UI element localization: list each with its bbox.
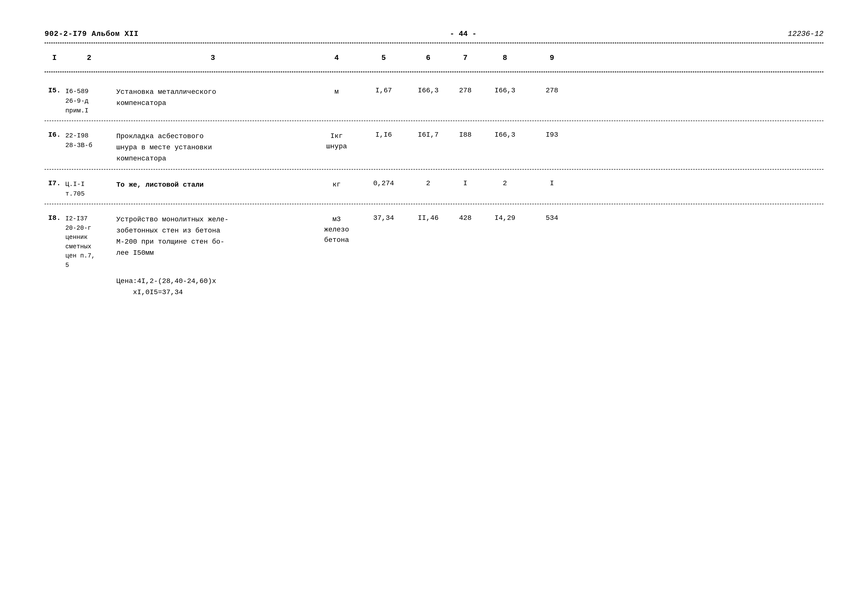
row-18-num: I8. (45, 214, 64, 270)
row-17-content: I7. Ц.I-Iт.705 То же, листовой стали кг … (45, 180, 823, 199)
row-17-unit: кг (312, 180, 361, 199)
row-17-num: I7. (45, 180, 64, 199)
col-header-1: I (45, 54, 64, 62)
col-header-3: 3 (114, 54, 312, 62)
page-wrapper: 902-2-I79 Альбом XII - 44 - 12236-12 I 2… (45, 30, 823, 303)
row-18-extra-spacer1 (45, 272, 64, 298)
col-header-2: 2 (64, 54, 114, 62)
col-header-7: 7 (451, 54, 480, 62)
row-15-unit: м (312, 87, 361, 116)
row-16-col5: I,I6 (361, 131, 406, 164)
row-17-col6: 2 (406, 180, 451, 199)
table-body: I5. I6-58926-9-дприм.I Установка металли… (45, 77, 823, 303)
row-17-ref: Ц.I-Iт.705 (64, 180, 114, 199)
row-15-col9: 278 (530, 87, 574, 116)
col-header-9: 9 (530, 54, 574, 62)
row-17-col9: I (530, 180, 574, 199)
row-16-col9: I93 (530, 131, 574, 164)
row-15-ref: I6-58926-9-дприм.I (64, 87, 114, 116)
row-16-num: I6. (45, 131, 64, 164)
row-18-col6: II,46 (406, 214, 451, 270)
row-15-col8: I66,3 (480, 87, 530, 116)
header-right: 12236-12 (788, 30, 823, 38)
row-16-col10 (574, 131, 823, 164)
row-17-col10 (574, 180, 823, 199)
row-15-col10 (574, 87, 823, 116)
row-16-col7: I88 (451, 131, 480, 164)
row-18-extra: Цена:4I,2-(28,40-24,60)х хI,0I5=37,34 (45, 270, 823, 298)
col-header-10 (574, 54, 823, 62)
row-18-content: I8. I2-I3720-20-гценниксметныхцен п.7,5 … (45, 214, 823, 270)
row-18-desc: Устройство монолитных желе-зобетонных ст… (114, 214, 312, 270)
row-15-desc: Установка металлическогокомпенсатора (114, 87, 312, 116)
col-header-8: 8 (480, 54, 530, 62)
row-18-col5: 37,34 (361, 214, 406, 270)
col-header-5: 5 (361, 54, 406, 62)
row-18-extra-spacer2 (64, 272, 114, 298)
row-16-desc: Прокладка асбестовогошнура в месте устан… (114, 131, 312, 164)
row-18-ref: I2-I3720-20-гценниксметныхцен п.7,5 (64, 214, 114, 270)
header-left: 902-2-I79 Альбом XII (45, 30, 139, 38)
row-16-col6: I6I,7 (406, 131, 451, 164)
col-header-6: 6 (406, 54, 451, 62)
row-15-col6: I66,3 (406, 87, 451, 116)
row-15-num: I5. (45, 87, 64, 116)
table-row: I6. 22-I9828-3В-б Прокладка асбестовогош… (45, 121, 823, 169)
row-15-col7: 278 (451, 87, 480, 116)
row-16-content: I6. 22-I9828-3В-б Прокладка асбестовогош… (45, 131, 823, 164)
row-18-col8: I4,29 (480, 214, 530, 270)
header-center: - 44 - (450, 30, 477, 38)
row-17-desc: То же, листовой стали (114, 180, 312, 199)
col-header-4: 4 (312, 54, 361, 62)
table-row: I5. I6-58926-9-дприм.I Установка металли… (45, 77, 823, 121)
top-divider (45, 43, 823, 43)
row-18-unit: м3желе­зобетона (312, 214, 361, 270)
row-16-col8: I66,3 (480, 131, 530, 164)
header: 902-2-I79 Альбом XII - 44 - 12236-12 (45, 30, 823, 38)
row-17-col8: 2 (480, 180, 530, 199)
row-18-col10 (574, 214, 823, 270)
table-row: I8. I2-I3720-20-гценниксметныхцен п.7,5 … (45, 204, 823, 303)
row-17-col7: I (451, 180, 480, 199)
row-15-content: I5. I6-58926-9-дприм.I Установка металли… (45, 87, 823, 116)
header-divider (45, 71, 823, 72)
row-18-col7: 428 (451, 214, 480, 270)
row-16-ref: 22-I9828-3В-б (64, 131, 114, 164)
column-headers: I 2 3 4 5 6 7 8 9 (45, 48, 823, 67)
row-18-formula: Цена:4I,2-(28,40-24,60)х хI,0I5=37,34 (114, 272, 312, 298)
row-15-col5: I,67 (361, 87, 406, 116)
row-18-extra-rest (312, 272, 361, 298)
row-17-col5: 0,274 (361, 180, 406, 199)
row-18-col9: 534 (530, 214, 574, 270)
table-row: I7. Ц.I-Iт.705 То же, листовой стали кг … (45, 170, 823, 204)
row-16-unit: Iкгшнура (312, 131, 361, 164)
